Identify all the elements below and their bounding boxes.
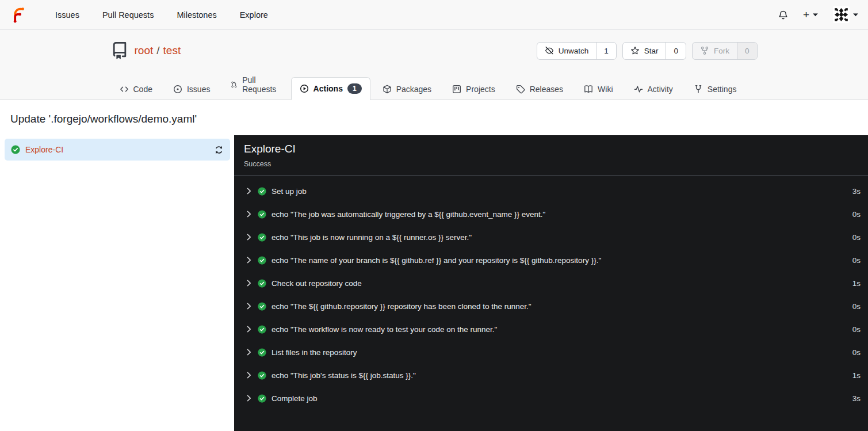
- chevron-right-icon: [247, 372, 251, 379]
- job-panel-header: Explore-CI Success: [234, 135, 868, 176]
- chevron-right-icon: [247, 280, 251, 287]
- tab-settings[interactable]: Settings: [685, 78, 745, 100]
- watch-count[interactable]: 1: [596, 43, 616, 59]
- check-circle-icon: [258, 256, 266, 265]
- nav-link-pull-requests[interactable]: Pull Requests: [91, 10, 165, 20]
- step-row[interactable]: Check out repository code 1s: [234, 272, 868, 295]
- user-menu-button[interactable]: [833, 6, 858, 23]
- run-page: Update '.forgejo/workflows/demo.yaml' Ex…: [0, 100, 868, 431]
- step-row[interactable]: echo "The name of your branch is ${{ git…: [234, 249, 868, 272]
- repo-owner-link[interactable]: root: [135, 44, 154, 57]
- tag-icon: [516, 85, 525, 94]
- step-row[interactable]: Set up job 3s: [234, 180, 868, 203]
- check-circle-icon: [258, 394, 266, 403]
- step-duration: 0s: [852, 210, 861, 219]
- step-duration: 1s: [852, 371, 861, 380]
- step-duration: 0s: [852, 302, 861, 311]
- step-duration: 0s: [852, 348, 861, 357]
- chevron-right-icon: [247, 257, 251, 264]
- step-label: echo "This job is now running on a ${{ r…: [272, 233, 852, 242]
- step-row[interactable]: echo "This job's status is ${{ job.statu…: [234, 364, 868, 387]
- step-label: echo "The ${{ github.repository }} repos…: [272, 302, 852, 311]
- chevron-right-icon: [247, 211, 251, 218]
- tab-releases[interactable]: Releases: [507, 78, 572, 100]
- top-navbar: Issues Pull Requests Milestones Explore …: [0, 0, 868, 30]
- forgejo-logo-icon[interactable]: [10, 6, 28, 24]
- step-duration: 3s: [852, 394, 861, 403]
- step-row[interactable]: echo "The ${{ github.repository }} repos…: [234, 295, 868, 318]
- check-circle-icon: [258, 210, 266, 219]
- pull-request-icon: [231, 80, 238, 89]
- tab-wiki[interactable]: Wiki: [575, 78, 621, 100]
- check-circle-icon: [258, 279, 266, 288]
- nav-link-issues[interactable]: Issues: [44, 10, 91, 20]
- settings-tool-icon: [694, 85, 703, 94]
- job-steps-list: Set up job 3s echo "The job was automati…: [234, 176, 868, 414]
- chevron-right-icon: [247, 349, 251, 356]
- repo-header: root / test Unwatch 1: [0, 30, 868, 100]
- wiki-book-icon: [584, 85, 593, 94]
- actions-count-badge: 1: [347, 83, 362, 94]
- step-label: echo "The name of your branch is ${{ git…: [272, 256, 852, 265]
- plus-icon: +: [803, 9, 809, 20]
- notifications-bell-button[interactable]: [778, 10, 788, 20]
- step-label: Set up job: [272, 187, 852, 196]
- eye-slash-icon: [545, 46, 554, 55]
- nav-link-milestones[interactable]: Milestones: [165, 10, 228, 20]
- star-button[interactable]: Star 0: [622, 42, 686, 60]
- step-duration: 0s: [852, 325, 861, 334]
- code-icon: [120, 85, 129, 94]
- step-row[interactable]: echo "This job is now running on a ${{ r…: [234, 226, 868, 249]
- chevron-right-icon: [247, 234, 251, 241]
- create-new-button[interactable]: +: [803, 9, 818, 20]
- star-icon: [630, 46, 640, 55]
- repo-breadcrumb: root / test: [135, 44, 181, 57]
- step-row[interactable]: echo "The workflow is now ready to test …: [234, 318, 868, 341]
- tab-projects[interactable]: Projects: [443, 78, 504, 100]
- repo-name-link[interactable]: test: [163, 44, 181, 57]
- fork-count: 0: [737, 43, 757, 59]
- step-row[interactable]: Complete job 3s: [234, 387, 868, 410]
- step-duration: 3s: [852, 187, 861, 196]
- run-title: Update '.forgejo/workflows/demo.yaml': [10, 112, 858, 127]
- star-label: Star: [644, 47, 659, 55]
- tab-activity[interactable]: Activity: [625, 78, 682, 100]
- job-list-item-explore-ci[interactable]: Explore-CI: [5, 139, 230, 161]
- chevron-right-icon: [247, 326, 251, 333]
- chevron-right-icon: [247, 395, 251, 402]
- star-count[interactable]: 0: [666, 43, 686, 59]
- repo-book-icon: [111, 42, 128, 59]
- step-row[interactable]: List files in the repository 0s: [234, 341, 868, 364]
- check-circle-icon: [258, 187, 266, 196]
- step-label: List files in the repository: [272, 348, 852, 357]
- step-label: Complete job: [272, 394, 852, 403]
- tab-code[interactable]: Code: [111, 78, 161, 100]
- chevron-right-icon: [247, 188, 251, 194]
- bell-icon: [778, 10, 788, 20]
- job-status-label: Success: [244, 160, 858, 168]
- check-circle-icon: [258, 302, 266, 311]
- tab-actions[interactable]: Actions 1: [291, 77, 370, 100]
- issue-circle-icon: [173, 85, 182, 94]
- unwatch-label: Unwatch: [559, 47, 589, 55]
- refresh-icon[interactable]: [214, 145, 224, 155]
- job-name-label: Explore-CI: [25, 145, 214, 154]
- package-icon: [383, 85, 392, 94]
- tab-pull-requests[interactable]: Pull Requests: [222, 69, 287, 100]
- step-label: echo "This job's status is ${{ job.statu…: [272, 371, 852, 380]
- tab-packages[interactable]: Packages: [374, 78, 440, 100]
- check-circle-icon: [258, 371, 266, 380]
- fork-button: Fork 0: [692, 42, 758, 60]
- step-duration: 0s: [852, 256, 861, 265]
- chevron-right-icon: [247, 303, 251, 310]
- step-label: echo "The workflow is now ready to test …: [272, 325, 852, 334]
- fork-icon: [700, 46, 709, 55]
- step-row[interactable]: echo "The job was automatically triggere…: [234, 203, 868, 226]
- nav-link-explore[interactable]: Explore: [228, 10, 280, 20]
- tab-issues[interactable]: Issues: [165, 78, 219, 100]
- unwatch-button[interactable]: Unwatch 1: [537, 42, 617, 60]
- job-panel-title: Explore-CI: [244, 143, 858, 155]
- fork-label: Fork: [714, 47, 729, 55]
- step-duration: 1s: [852, 279, 861, 288]
- caret-down-icon: [813, 13, 818, 17]
